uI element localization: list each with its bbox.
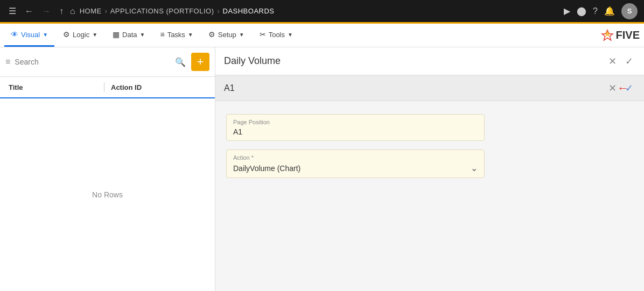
col-divider xyxy=(104,82,104,92)
tools-icon: ✂ xyxy=(260,30,266,39)
dashboards-crumb[interactable]: DASHBOARDS xyxy=(223,7,275,15)
tab-setup[interactable]: ⚙ Setup ▼ xyxy=(202,24,251,47)
section-header: Daily Volume ✕ ✓ xyxy=(215,47,644,75)
search-bar: ≡ 🔍 + xyxy=(0,47,215,77)
action-value-row: DailyVolume (Chart) ⌄ xyxy=(233,163,478,173)
tab-tools-label: Tools xyxy=(269,31,285,39)
logic-icon: ⚙ xyxy=(63,30,70,39)
apps-crumb[interactable]: APPLICATIONS (PORTFOLIO) xyxy=(110,7,214,15)
data-dropdown-icon: ▼ xyxy=(140,32,145,38)
page-position-label: Page Position xyxy=(233,119,478,125)
main-content: ≡ 🔍 + Title Action ID No Rows Daily Volu… xyxy=(0,47,644,291)
table-empty-message: No Rows xyxy=(0,98,215,291)
confirm-button[interactable]: ✓ xyxy=(623,53,635,69)
top-nav: ☰ ← → ↑ ⌂ HOME › APPLICATIONS (PORTFOLIO… xyxy=(0,0,644,24)
sub-header-actions: ✕ ✓ xyxy=(606,80,635,96)
action-field[interactable]: Action * DailyVolume (Chart) ⌄ xyxy=(226,150,485,178)
setup-dropdown-icon: ▼ xyxy=(239,32,244,38)
tasks-icon: ≡ xyxy=(160,30,164,39)
col-title: Title xyxy=(9,83,104,91)
table-header: Title Action ID xyxy=(0,77,215,98)
tab-visual-label: Visual xyxy=(21,31,40,39)
up-icon[interactable]: ↑ xyxy=(57,4,66,18)
home-crumb[interactable]: HOME xyxy=(80,7,102,15)
tab-data[interactable]: ▦ Data ▼ xyxy=(106,24,151,47)
sub-section-title: A1 xyxy=(224,83,606,93)
back-icon[interactable]: ← xyxy=(23,4,36,18)
tab-setup-label: Setup xyxy=(218,31,236,39)
home-icon[interactable]: ⌂ xyxy=(70,6,75,16)
play-icon[interactable]: ▶ xyxy=(564,6,570,16)
logic-dropdown-icon: ▼ xyxy=(92,32,97,38)
breadcrumb-sep-1: › xyxy=(105,8,107,15)
tab-visual[interactable]: 👁 Visual ▼ xyxy=(4,24,54,47)
five-logo-icon xyxy=(601,29,614,42)
search-input[interactable] xyxy=(15,58,170,66)
right-panel: Daily Volume ✕ ✓ A1 ✕ ✓ ← Page Position … xyxy=(215,47,644,291)
sub-section-header: A1 ✕ ✓ ← xyxy=(215,75,644,101)
menu-icon[interactable]: ☰ xyxy=(6,4,18,18)
tasks-dropdown-icon: ▼ xyxy=(188,32,193,38)
setup-icon: ⚙ xyxy=(208,30,215,39)
bell-icon[interactable]: 🔔 xyxy=(604,6,615,16)
help-icon[interactable]: ? xyxy=(593,6,598,16)
tab-logic[interactable]: ⚙ Logic ▼ xyxy=(57,24,104,47)
action-dropdown-icon[interactable]: ⌄ xyxy=(471,163,478,173)
second-nav: 👁 Visual ▼ ⚙ Logic ▼ ▦ Data ▼ ≡ Tasks ▼ … xyxy=(0,24,644,47)
tab-logic-label: Logic xyxy=(73,31,89,39)
section-title: Daily Volume xyxy=(224,55,606,67)
forward-icon[interactable]: → xyxy=(40,4,53,18)
page-position-field[interactable]: Page Position A1 xyxy=(226,114,485,141)
filter-icon[interactable]: ≡ xyxy=(5,57,10,67)
avatar[interactable]: S xyxy=(621,3,638,19)
close-button[interactable]: ✕ xyxy=(606,53,619,69)
tab-tools[interactable]: ✂ Tools ▼ xyxy=(253,24,299,47)
five-logo: FIVE xyxy=(601,29,640,42)
search-input-wrap xyxy=(15,58,170,66)
breadcrumb-sep-2: › xyxy=(218,8,220,15)
col-action-id: Action ID xyxy=(111,83,206,91)
breadcrumb: HOME › APPLICATIONS (PORTFOLIO) › DASHBO… xyxy=(80,7,559,15)
page-position-value: A1 xyxy=(233,127,478,136)
form-area: Page Position A1 Action * DailyVolume (C… xyxy=(215,101,644,191)
data-icon: ▦ xyxy=(113,30,120,39)
top-nav-right: ▶ ⬤ ? 🔔 S xyxy=(564,3,638,19)
visual-icon: 👁 xyxy=(11,30,18,39)
tab-tasks-label: Tasks xyxy=(167,31,185,39)
five-logo-text: FIVE xyxy=(616,29,640,41)
tab-data-label: Data xyxy=(122,31,137,39)
search-icon[interactable]: 🔍 xyxy=(174,56,187,68)
sub-confirm-button[interactable]: ✓ xyxy=(623,80,635,96)
action-value: DailyVolume (Chart) xyxy=(233,164,300,173)
visual-dropdown-icon: ▼ xyxy=(43,32,48,38)
header-actions: ✕ ✓ xyxy=(606,53,635,69)
add-button[interactable]: + xyxy=(191,53,209,71)
left-panel: ≡ 🔍 + Title Action ID No Rows xyxy=(0,47,215,291)
tab-tasks[interactable]: ≡ Tasks ▼ xyxy=(153,24,199,47)
tools-dropdown-icon: ▼ xyxy=(288,32,293,38)
sub-close-button[interactable]: ✕ xyxy=(606,80,619,96)
action-label: Action * xyxy=(233,154,478,161)
search-nav-icon[interactable]: ⬤ xyxy=(577,6,586,16)
